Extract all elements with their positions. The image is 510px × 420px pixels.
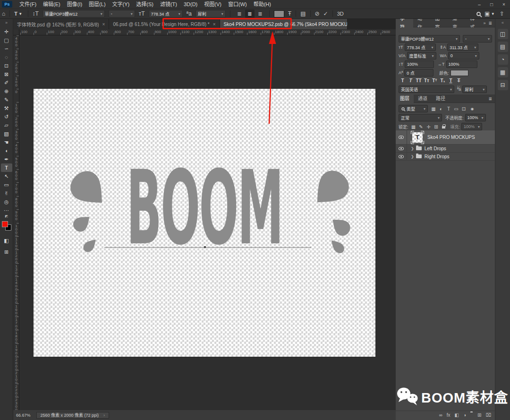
opacity-select[interactable]: 100%▾ bbox=[465, 114, 486, 121]
char-font-family-select[interactable]: 華康POP3體W12▾ bbox=[399, 35, 460, 43]
layers-panel-tab[interactable]: 路径 bbox=[432, 94, 450, 103]
libraries-panel-icon[interactable]: ⊟ bbox=[498, 80, 508, 90]
document-tab-2[interactable]: 06.psd @ 61.5% (Your Design Here, RGB/8)… bbox=[109, 19, 220, 29]
menu-item[interactable]: 文字(Y) bbox=[109, 0, 133, 9]
char-baseline-field[interactable]: 0 点 bbox=[404, 69, 434, 77]
group-expander-icon[interactable]: ❯ bbox=[411, 146, 414, 151]
close-icon[interactable]: × bbox=[498, 0, 510, 9]
tab-close-icon[interactable]: × bbox=[102, 22, 105, 27]
menu-item[interactable]: 滤镜(T) bbox=[157, 0, 180, 9]
move-tool-icon[interactable]: ✛ bbox=[1, 27, 12, 36]
menu-item[interactable]: 文件(F) bbox=[16, 0, 40, 9]
path-selection-tool-icon[interactable]: ↖ bbox=[1, 172, 12, 180]
3d-button[interactable]: 3D bbox=[337, 11, 344, 17]
layers-panel-tab[interactable]: 通道 bbox=[414, 94, 432, 103]
link-layers-icon[interactable]: ∞ bbox=[439, 412, 442, 418]
canvas[interactable]: BOOM bbox=[34, 89, 375, 357]
toggle-panels-icon[interactable]: ▤ bbox=[300, 10, 306, 17]
visibility-cell[interactable] bbox=[396, 153, 407, 160]
fill-select[interactable]: 100%▾ bbox=[461, 123, 482, 130]
char-font-style-select[interactable]: -▾ bbox=[463, 35, 492, 43]
new-group-icon[interactable] bbox=[470, 412, 473, 418]
lock-position-icon[interactable]: ✛ bbox=[425, 123, 433, 130]
marquee-tool-icon[interactable]: ▢ bbox=[1, 36, 12, 44]
share-icon[interactable]: ⇧ bbox=[500, 10, 504, 17]
frame-tool-icon[interactable]: ⊠ bbox=[1, 70, 12, 78]
screen-mode-icon[interactable]: ⊞ bbox=[1, 248, 12, 256]
superscript-button[interactable]: Tᵀ bbox=[431, 77, 439, 84]
brush-tool-icon[interactable]: ✎ bbox=[1, 95, 12, 104]
document-info[interactable]: 2560 像素 x 2000 像素 (72 ppi)› bbox=[36, 412, 110, 419]
layer-row[interactable]: ❯Left Drops bbox=[396, 145, 495, 153]
menu-item[interactable]: 图层(L) bbox=[85, 0, 109, 9]
char-language-select[interactable]: 英国英语▾ bbox=[399, 86, 454, 93]
smart-object-filter-icon[interactable]: ⊡ bbox=[460, 105, 468, 112]
strikethrough-button[interactable]: T bbox=[455, 77, 463, 84]
warp-text-icon[interactable]: Ŧ bbox=[288, 10, 291, 17]
font-family-select[interactable]: 華康POP3體W12▾ bbox=[42, 10, 105, 17]
char-color-swatch[interactable] bbox=[450, 70, 468, 76]
healing-brush-tool-icon[interactable]: ⊕ bbox=[1, 87, 12, 95]
panel-menu-icon[interactable]: ≣ bbox=[488, 21, 492, 26]
history-brush-tool-icon[interactable]: ↺ bbox=[1, 112, 12, 121]
filter-pin-icon[interactable]: ◉ bbox=[468, 105, 476, 112]
document-tab-3[interactable]: Sko4 PRO MOCKUPS2.psb @ 66.7% (Sko4 PRO … bbox=[220, 19, 348, 29]
layer-mask-icon[interactable]: ◧ bbox=[455, 412, 459, 418]
pen-tool-icon[interactable]: ✒ bbox=[1, 155, 12, 163]
menu-item[interactable]: 窗口(W) bbox=[225, 0, 250, 9]
menu-item[interactable]: 图像(I) bbox=[64, 0, 85, 9]
char-anti-alias-select[interactable]: 犀利▾ bbox=[462, 86, 487, 93]
cancel-edits-icon[interactable]: ⊘ bbox=[315, 10, 320, 17]
type-orientation-icon[interactable]: ↕T bbox=[33, 10, 39, 17]
visibility-cell[interactable] bbox=[396, 145, 407, 152]
type-tool-icon[interactable]: T bbox=[1, 163, 12, 172]
type-tool-preset-icon[interactable]: T▾ bbox=[14, 10, 23, 17]
lock-pixels-icon[interactable]: ✎ bbox=[417, 123, 425, 130]
font-style-select[interactable]: -▾ bbox=[109, 10, 135, 17]
faux-bold-button[interactable]: T bbox=[399, 77, 407, 84]
blend-mode-select[interactable]: 正常▾ bbox=[399, 114, 442, 121]
reset-colors-icon[interactable]: ◩ bbox=[0, 214, 13, 219]
tab-close-icon[interactable]: × bbox=[213, 22, 216, 27]
eyedropper-tool-icon[interactable]: ✐ bbox=[1, 78, 12, 87]
search-icon[interactable] bbox=[476, 12, 481, 16]
all-caps-button[interactable]: TT bbox=[415, 77, 423, 84]
commit-edits-icon[interactable]: ✓ bbox=[323, 10, 328, 17]
ruler-corner[interactable] bbox=[13, 29, 19, 35]
dodge-tool-icon[interactable]: ◖ bbox=[1, 146, 12, 155]
lasso-tool-icon[interactable]: ∽ bbox=[1, 44, 12, 53]
zoom-tool-icon[interactable]: ◎ bbox=[1, 197, 12, 206]
dock-collapse-icon[interactable]: « bbox=[495, 19, 510, 26]
lock-artboard-icon[interactable]: ⊞ bbox=[433, 123, 440, 130]
adjustment-layer-filter-icon[interactable]: ◐ bbox=[437, 105, 445, 112]
more-tools[interactable]: ⋯ bbox=[1, 206, 12, 214]
pixel-layer-filter-icon[interactable]: ▦ bbox=[430, 105, 437, 112]
layers-panel-tab[interactable]: 图层 bbox=[396, 94, 414, 103]
menu-item[interactable]: 3D(D) bbox=[180, 0, 201, 9]
gradient-tool-icon[interactable]: ▧ bbox=[1, 129, 12, 138]
adjustments-panel-icon[interactable]: ◔ bbox=[498, 54, 508, 65]
swatches-panel-icon[interactable]: ▦ bbox=[498, 67, 508, 77]
char-font-size-select[interactable]: 778.34 点▾ bbox=[405, 43, 436, 51]
layer-style-icon[interactable]: fx bbox=[447, 412, 450, 418]
char-kerning-select[interactable]: 度量标准▾ bbox=[407, 52, 436, 60]
text-color-swatch[interactable] bbox=[274, 10, 284, 17]
quick-mask-icon[interactable]: ◧ bbox=[1, 236, 12, 245]
toolbar-expand-icon[interactable]: » bbox=[0, 19, 13, 27]
foreground-color-swatch[interactable] bbox=[2, 221, 8, 227]
anti-alias-select[interactable]: 犀利▾ bbox=[196, 10, 226, 17]
small-caps-button[interactable]: Tᴛ bbox=[423, 77, 431, 84]
layer-row[interactable]: ❯Right Drops bbox=[396, 153, 495, 161]
horizontal-ruler[interactable]: 1000100200300400500600700800900100011001… bbox=[19, 29, 396, 35]
menu-item[interactable]: 视图(V) bbox=[201, 0, 225, 9]
layer-filter-select[interactable]: 类型▾ bbox=[399, 105, 428, 112]
panel-collapse-icon[interactable]: » bbox=[483, 21, 485, 26]
align-center-button[interactable]: ≣ bbox=[245, 9, 255, 18]
type-layer-filter-icon[interactable]: T bbox=[445, 105, 452, 112]
document-tab-1[interactable]: 字体特效.psd @ 162% (矩形 9, RGB/8)× bbox=[13, 19, 109, 29]
delete-layer-icon[interactable]: ⌧ bbox=[485, 412, 491, 418]
minimize-icon[interactable]: – bbox=[473, 0, 485, 9]
menu-item[interactable]: 帮助(H) bbox=[250, 0, 274, 9]
smudge-tool-icon[interactable]: ☚ bbox=[1, 138, 12, 146]
lock-transparency-icon[interactable]: ▦ bbox=[410, 123, 417, 130]
